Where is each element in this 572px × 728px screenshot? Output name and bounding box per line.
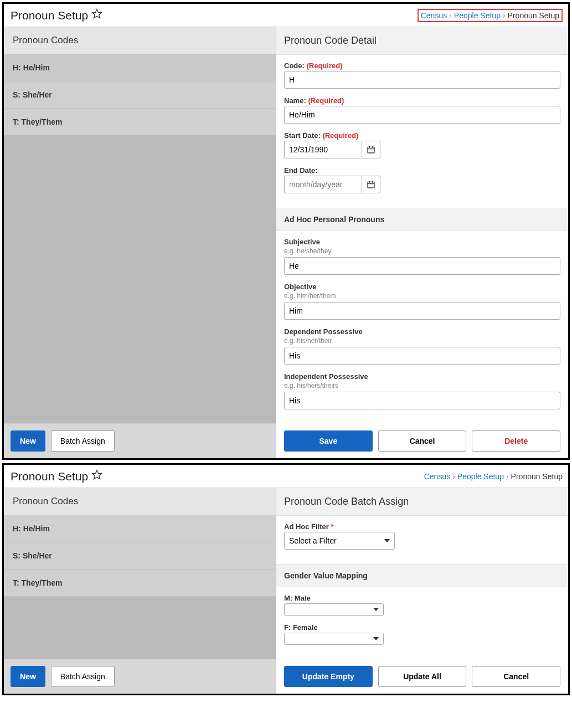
- breadcrumb-census[interactable]: Census: [424, 472, 450, 481]
- pronoun-codes-panel: Pronoun Codes H: He/Him S: She/Her T: Th…: [4, 488, 276, 694]
- code-item-t[interactable]: T: They/Them: [4, 570, 276, 597]
- codes-list-header: Pronoun Codes: [4, 488, 276, 515]
- field-code: Code: (Required): [284, 61, 560, 89]
- main-row: Pronoun Codes H: He/Him S: She/Her T: Th…: [4, 27, 568, 458]
- window-batch-assign: Pronoun Setup Census › People Setup › Pr…: [2, 463, 570, 695]
- required-tag: (Required): [322, 131, 358, 140]
- batch-footer: Update Empty Update All Cancel: [276, 659, 568, 694]
- start-label: Start Date:: [284, 131, 321, 140]
- required-star: *: [331, 522, 334, 531]
- filter-placeholder: Select a Filter: [289, 536, 337, 545]
- gender-mapping-header: Gender Value Mapping: [276, 564, 568, 587]
- new-button[interactable]: New: [11, 666, 45, 687]
- name-input[interactable]: [284, 106, 560, 124]
- objective-hint: e.g. him/her/them: [284, 292, 560, 300]
- batch-assign-button[interactable]: Batch Assign: [51, 430, 115, 452]
- left-footer: New Batch Assign: [4, 659, 276, 694]
- code-item-t[interactable]: T: They/Them: [4, 109, 276, 136]
- subjective-hint: e.g. he/she/they: [284, 247, 560, 255]
- code-input[interactable]: [284, 71, 560, 89]
- field-objective: Objective e.g. him/her/them: [284, 283, 560, 320]
- detail-footer: Save Cancel Delete: [276, 424, 568, 458]
- dependent-hint: e.g. his/her/their: [284, 337, 560, 345]
- calendar-icon[interactable]: [362, 141, 380, 158]
- topbar: Pronoun Setup Census › People Setup › Pr…: [4, 4, 568, 27]
- update-empty-button[interactable]: Update Empty: [284, 666, 373, 687]
- chevron-right-icon: ›: [449, 11, 452, 20]
- subjective-label: Subjective: [284, 238, 560, 246]
- page-title-text: Pronoun Setup: [11, 9, 88, 22]
- field-male: M: Male: [284, 594, 560, 616]
- chevron-right-icon: ›: [452, 472, 455, 481]
- breadcrumb-people[interactable]: People Setup: [457, 472, 504, 481]
- code-label: Code:: [284, 61, 305, 70]
- detail-header: Pronoun Code Detail: [276, 27, 568, 55]
- female-select[interactable]: [284, 633, 384, 645]
- start-date-input[interactable]: [284, 141, 362, 158]
- end-label: End Date:: [284, 166, 560, 175]
- filter-select[interactable]: Select a Filter: [284, 532, 395, 550]
- pronoun-codes-panel: Pronoun Codes H: He/Him S: She/Her T: Th…: [4, 27, 276, 458]
- svg-marker-9: [92, 470, 102, 479]
- left-footer: New Batch Assign: [4, 423, 276, 458]
- save-button[interactable]: Save: [284, 430, 373, 452]
- code-item-h[interactable]: H: He/Him: [4, 515, 276, 542]
- filter-label: Ad Hoc Filter: [284, 522, 329, 531]
- field-subjective: Subjective e.g. he/she/they: [284, 238, 560, 275]
- chevron-right-icon: ›: [503, 11, 506, 20]
- cancel-button[interactable]: Cancel: [472, 666, 560, 687]
- female-label: F: Female: [284, 623, 560, 632]
- code-item-s[interactable]: S: She/Her: [4, 81, 276, 109]
- required-tag: (Required): [306, 61, 342, 70]
- end-date-input[interactable]: [284, 176, 362, 193]
- new-button[interactable]: New: [11, 430, 45, 452]
- svg-rect-1: [368, 147, 374, 153]
- cancel-button[interactable]: Cancel: [378, 430, 467, 452]
- adhoc-header: Ad Hoc Personal Pronouns: [276, 208, 568, 231]
- male-select[interactable]: [284, 603, 384, 616]
- breadcrumb: Census › People Setup › Pronoun Setup: [424, 472, 563, 481]
- detail-panel: Pronoun Code Detail Code: (Required) Nam…: [276, 27, 568, 458]
- breadcrumb-current: Pronoun Setup: [508, 11, 559, 20]
- dependent-input[interactable]: [284, 347, 560, 365]
- batch-assign-button[interactable]: Batch Assign: [51, 666, 115, 687]
- favorite-star-icon[interactable]: [91, 469, 102, 483]
- chevron-down-icon: [384, 539, 390, 542]
- subjective-input[interactable]: [284, 257, 560, 275]
- field-start-date: Start Date: (Required): [284, 131, 560, 158]
- svg-marker-0: [92, 9, 102, 18]
- chevron-right-icon: ›: [506, 472, 509, 481]
- code-item-h[interactable]: H: He/Him: [4, 54, 276, 81]
- field-dependent: Dependent Possessive e.g. his/her/their: [284, 327, 560, 365]
- favorite-star-icon[interactable]: [91, 8, 102, 22]
- name-label: Name:: [284, 96, 306, 105]
- update-all-button[interactable]: Update All: [378, 666, 467, 687]
- main-row: Pronoun Codes H: He/Him S: She/Her T: Th…: [4, 488, 568, 694]
- window-pronoun-detail: Pronoun Setup Census › People Setup › Pr…: [2, 2, 570, 460]
- code-item-s[interactable]: S: She/Her: [4, 542, 276, 570]
- independent-label: Independent Possessive: [284, 372, 560, 381]
- objective-input[interactable]: [284, 302, 560, 320]
- breadcrumb-census[interactable]: Census: [421, 11, 447, 20]
- field-independent: Independent Possessive e.g. his/hers/the…: [284, 372, 560, 409]
- required-tag: (Required): [308, 96, 344, 105]
- chevron-down-icon: [373, 637, 379, 640]
- svg-rect-5: [368, 182, 374, 188]
- independent-hint: e.g. his/hers/theirs: [284, 382, 560, 389]
- codes-list-header: Pronoun Codes: [4, 27, 276, 54]
- male-label: M: Male: [284, 594, 560, 602]
- breadcrumb-current: Pronoun Setup: [511, 472, 563, 481]
- delete-button[interactable]: Delete: [472, 430, 560, 452]
- page-title-text: Pronoun Setup: [11, 470, 88, 483]
- field-end-date: End Date:: [284, 166, 560, 193]
- page-title: Pronoun Setup: [11, 469, 102, 483]
- field-female: F: Female: [284, 623, 560, 645]
- calendar-icon[interactable]: [362, 176, 380, 193]
- breadcrumb-people[interactable]: People Setup: [454, 11, 501, 20]
- field-adhoc-filter: Ad Hoc Filter * Select a Filter: [284, 522, 560, 550]
- objective-label: Objective: [284, 283, 560, 291]
- independent-input[interactable]: [284, 392, 560, 409]
- field-name: Name: (Required): [284, 96, 560, 124]
- page-title: Pronoun Setup: [11, 8, 102, 22]
- breadcrumb: Census › People Setup › Pronoun Setup: [418, 9, 563, 22]
